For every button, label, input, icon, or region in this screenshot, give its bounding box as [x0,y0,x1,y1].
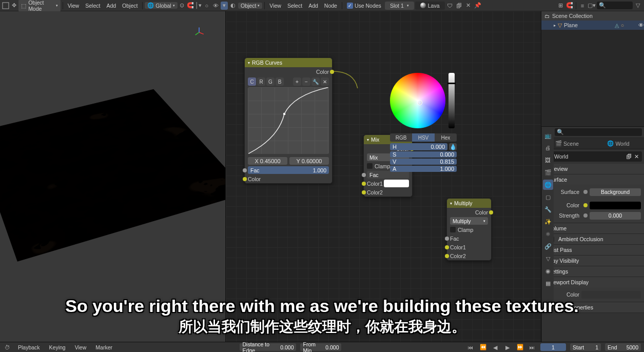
timeline[interactable]: ⏱ Playback Keying View Marker Distance t… [0,342,644,352]
curve-x-field[interactable]: X 0.45000 [248,157,287,165]
mult-clamp-checkbox[interactable]: Clamp [447,225,491,234]
picker-h[interactable]: H0.000 [390,143,447,150]
cursor-icon[interactable]: ✥ [10,2,17,10]
proptab-particle[interactable]: ✨ [543,217,553,227]
proptab-modifier[interactable]: 🔧 [543,204,553,214]
new-icon[interactable]: 🗐 [627,153,632,160]
snap-node-icon[interactable]: 🧲 [565,2,574,10]
proptab-physics[interactable]: ⚛ [543,229,553,239]
panel-custom-props[interactable]: ▸Custom Properties [541,302,644,312]
color-swatch[interactable] [590,202,641,209]
curve-tab-b[interactable]: B [276,77,284,86]
next-key-icon[interactable]: ⏩ [516,343,524,351]
viewport-menu-object[interactable]: Object [120,3,140,9]
outliner-item-plane[interactable]: ▸ ▽ Plane ◬ ○ 👁 [541,21,644,30]
proptab-data[interactable]: ▽ [543,253,553,264]
node-multiply[interactable]: ▾Multiply Color Multiply▾ Clamp Fac Colo… [446,198,492,261]
panel-ao[interactable]: ▸Ambient Occlusion [541,234,644,244]
curve-tab-g[interactable]: G [266,77,275,86]
timeline-marker[interactable]: Marker [93,342,115,352]
panel-mist[interactable]: ▸Mist Pass [541,245,644,255]
proptab-output[interactable]: 🖨 [543,143,553,153]
timeline-keying[interactable]: Keying [47,342,68,352]
unlink-mat-icon[interactable]: ✕ [464,2,473,10]
surface-strength-row[interactable]: Strength0.000 [544,210,641,221]
node-menu-select[interactable]: Select [285,3,305,9]
color-picker-popup[interactable]: RGB HSV Hex H0.000💧 S0.000 V0.815 A1.000 [390,73,457,172]
node-menu-node[interactable]: Node [322,3,340,9]
panel-surface[interactable]: ▾Surface [541,174,644,185]
viewport-menu-select[interactable]: Select [83,3,103,9]
snap-type-icon[interactable]: │▾ [195,2,202,10]
viewport-menu-view[interactable]: View [65,3,82,9]
timeline-playback[interactable]: Playback [15,342,43,352]
zoom-out-icon[interactable]: − [302,77,310,86]
outliner-search[interactable]: 🔍 [597,2,633,9]
mode-dropdown[interactable]: ⬚Object Mode▾ [18,0,61,12]
axis-gizmo[interactable] [193,27,205,38]
mesh-data-icon[interactable]: ◬ [615,22,619,28]
visibility-icon[interactable]: 👁 [212,2,220,10]
play-rev-icon[interactable]: ◀ [491,343,499,351]
world-dropdown[interactable]: World🗐✕ [543,151,642,162]
color-wheel[interactable] [390,73,445,128]
shading-icon[interactable]: ▾ [221,2,228,10]
outliner[interactable]: 🗀 Scene Collection ▸ ▽ Plane ◬ ○ 👁 [541,11,644,127]
node-editor[interactable]: ▾RGB Curves Color C R G B + − 🔧 ✕ X 0.45… [226,11,541,342]
proptab-object[interactable]: ▢ [543,192,553,202]
distance-field[interactable]: Distance to Edge0.000 [240,343,296,351]
node-menu-add[interactable]: Add [306,3,321,9]
frommin-field[interactable]: From Min0.000 [300,343,341,351]
snap-icon[interactable]: 🧲 [187,2,194,10]
panel-viewport-display[interactable]: ▾Viewport Display [541,277,644,287]
curve-canvas[interactable] [248,87,329,154]
pin-icon[interactable]: 📌 [474,2,482,10]
material-dropdown[interactable]: Lava [415,2,445,10]
mat-users-icon[interactable]: 🛡 [446,2,454,10]
picker-tab-rgb[interactable]: RGB [390,133,412,142]
proptab-material[interactable]: ◉ [543,266,553,276]
zoom-in-icon[interactable]: + [293,77,301,86]
picker-s[interactable]: S0.000 [390,151,457,158]
node-rgb-curves[interactable]: ▾RGB Curves Color C R G B + − 🔧 ✕ X 0.45… [244,57,333,184]
end-frame[interactable]: End5000 [605,343,641,351]
timeline-view[interactable]: View [72,342,89,352]
picker-tab-hex[interactable]: Hex [435,133,457,142]
outliner-scene-collection[interactable]: 🗀 Scene Collection [541,11,644,21]
curve-tab-r[interactable]: R [257,77,265,86]
picker-a[interactable]: A1.000 [390,166,457,172]
rgb-fac-row[interactable]: Fac1.000 [245,166,332,174]
viewport-menu-add[interactable]: Add [104,3,119,9]
jump-end-icon[interactable]: ⏭ [528,343,536,351]
panel-preview[interactable]: ▸Preview [541,164,644,174]
filter-icon[interactable]: ▽ [634,2,642,10]
viewport-color-row[interactable]: Color [544,289,641,300]
mult-blend-dropdown[interactable]: Multiply▾ [447,217,491,225]
proptab-render[interactable]: 📺 [543,130,553,141]
proportional-icon[interactable]: ○ [203,2,210,10]
curve-y-field[interactable]: Y 0.60000 [289,157,329,165]
node-menu-view[interactable]: View [267,3,284,9]
proptab-scene[interactable]: 🎬 [543,167,553,178]
timeline-editor-icon[interactable]: ⏱ [3,343,11,351]
prev-key-icon[interactable]: ⏪ [479,343,487,351]
proptab-viewlayer[interactable]: 🖼 [543,155,553,165]
unlink-icon[interactable]: ✕ [634,153,639,160]
jump-start-icon[interactable]: ⏮ [466,343,475,351]
delete-point-icon[interactable]: ✕ [321,77,329,86]
eye-icon[interactable]: 👁 [638,22,644,28]
use-nodes-checkbox[interactable]: ✓Use Nodes [344,3,384,9]
properties-search[interactable]: 🔍 [555,128,642,136]
panel-settings[interactable]: ▸Settings [541,266,644,277]
surface-type-row[interactable]: SurfaceBackground [544,187,641,197]
outliner-icon[interactable]: ≡ [578,2,587,10]
3d-viewport[interactable] [0,11,226,342]
orientation-dropdown[interactable]: 🌐 Global ▾ [145,2,177,9]
new-mat-icon[interactable]: 🗐 [455,2,463,10]
current-frame[interactable]: 1 [540,343,566,351]
editor-shader-icon[interactable]: ◐ [229,2,237,10]
proptab-constraint[interactable]: 🔗 [543,241,553,251]
proptab-texture[interactable]: ▦ [543,278,553,288]
pivot-icon[interactable]: ⊙ [179,2,186,10]
eyedropper-icon[interactable]: 💧 [449,143,457,150]
